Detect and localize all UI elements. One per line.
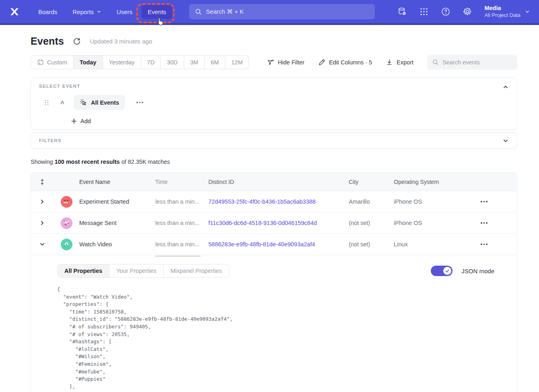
search-events-field[interactable] (427, 55, 517, 70)
all-events-label: All Events (91, 99, 119, 106)
nav-item-reports[interactable]: Reports (67, 5, 108, 19)
row-menu-button[interactable] (478, 241, 490, 248)
column-header-time[interactable]: Time (155, 179, 208, 185)
properties-tabs: All Properties Your Properties Mixpanel … (57, 264, 229, 278)
distinct-id-link[interactable]: f11c30d6-dc6d-4518-9136-0d046159c84d (208, 220, 349, 226)
hide-filter-button[interactable]: Hide Filter (267, 59, 304, 66)
os-cell: iPhone OS (394, 198, 473, 205)
event-avatar (61, 196, 72, 208)
chevron-down-icon (97, 9, 101, 14)
time-cell: less than a min... (155, 241, 208, 248)
horizontal-scrollbar-thumb[interactable] (155, 256, 201, 257)
global-search[interactable]: Search ⌘ + K (189, 4, 375, 19)
date-range-custom[interactable]: Custom (31, 56, 73, 69)
drag-handle-icon[interactable] (44, 99, 49, 106)
event-avatar (61, 217, 72, 229)
json-mode-toggle[interactable] (431, 266, 453, 276)
settings-gear-icon[interactable] (463, 7, 472, 17)
pencil-icon (318, 59, 325, 66)
json-mode-label: JSON mode (461, 268, 494, 274)
expand-chevron-down-icon[interactable] (502, 138, 509, 144)
add-event-button[interactable]: Add (71, 118, 91, 124)
date-range-label: 7D (147, 59, 155, 66)
help-icon[interactable] (441, 7, 451, 17)
toggle-knob (443, 267, 451, 275)
download-icon (386, 59, 393, 66)
date-range-label: 12M (231, 59, 243, 66)
project-subtitle: All Project Data (484, 12, 520, 19)
date-range-7d[interactable]: 7D (141, 56, 161, 69)
global-search-placeholder: Search ⌘ + K (206, 8, 244, 15)
table-row-expanded[interactable]: Watch Video less than a min... 5886283e-… (31, 234, 517, 255)
tab-mixpanel-properties[interactable]: Mixpanel Properties (163, 264, 229, 277)
date-range-3m[interactable]: 3M (184, 56, 204, 69)
nav-item-boards[interactable]: Boards (32, 5, 64, 19)
column-header-city[interactable]: City (349, 179, 394, 185)
tab-your-properties[interactable]: Your Properties (109, 264, 163, 277)
event-cursor-spark-icon (80, 99, 87, 106)
nav-item-users[interactable]: Users (111, 5, 138, 19)
hide-filter-label: Hide Filter (278, 59, 304, 66)
column-header-distinct-id[interactable]: Distinct ID (208, 179, 349, 185)
collapse-chevron-up-icon[interactable] (502, 84, 509, 90)
chevron-down-icon[interactable] (39, 241, 45, 248)
column-header-event-name[interactable]: Event Name (79, 179, 155, 185)
filters-label: FILTERS (39, 138, 509, 143)
all-events-chip[interactable]: All Events (74, 95, 125, 110)
row-menu-button[interactable] (478, 220, 490, 226)
date-range-label: 30D (167, 59, 178, 66)
primary-nav: Boards Reports Users Events (32, 5, 172, 19)
data-management-icon[interactable] (397, 7, 407, 17)
distinct-id-link[interactable]: 72d49553-25fc-4f0c-b436-1b5ac6ab3388 (208, 198, 349, 205)
date-range-12m[interactable]: 12M (225, 56, 249, 69)
nav-item-label: Reports (73, 8, 94, 15)
updated-timestamp: Updated 3 minutes ago (90, 38, 152, 45)
event-row-menu-button[interactable] (134, 99, 146, 106)
edit-columns-button[interactable]: Edit Columns · 5 (318, 59, 372, 66)
event-name-cell: Message Sent (79, 220, 155, 226)
edit-columns-label: Edit Columns · 5 (329, 59, 372, 66)
date-range-label: Custom (47, 59, 67, 66)
chevron-right-icon[interactable] (39, 220, 45, 226)
table-row[interactable]: Message Sent less than a min... f11c30d6… (31, 213, 517, 234)
date-range-today[interactable]: Today (73, 56, 103, 69)
distinct-id-link[interactable]: 5886283e-e9fb-48fb-81de-40e9093a2af4 (208, 241, 349, 248)
chevron-right-icon[interactable] (39, 198, 45, 205)
search-events-input[interactable] (442, 59, 511, 66)
filters-panel[interactable]: FILTERS (31, 132, 517, 149)
nav-item-label: Events (148, 8, 166, 15)
date-range-label: Yesterday (109, 59, 135, 66)
column-header-os[interactable]: Operating System (394, 179, 473, 185)
collapse-all-icon[interactable] (39, 178, 45, 186)
date-range-yesterday[interactable]: Yesterday (103, 56, 141, 69)
search-icon (432, 59, 439, 66)
date-range-label: 6M (211, 59, 219, 66)
nav-item-events[interactable]: Events (142, 5, 172, 19)
project-switcher[interactable]: Media All Project Data (484, 4, 530, 19)
check-icon (445, 268, 450, 273)
tab-all-properties[interactable]: All Properties (58, 264, 109, 277)
select-event-label: SELECT EVENT (39, 84, 509, 89)
date-range-6m[interactable]: 6M (204, 56, 225, 69)
add-event-label: Add (80, 118, 91, 124)
results-summary: Showing 100 most recent results of 82.35… (31, 159, 517, 165)
table-row[interactable]: Experiment Started less than a min... 72… (31, 191, 517, 213)
apps-grid-icon[interactable] (419, 7, 429, 17)
refresh-icon[interactable] (73, 37, 81, 45)
date-range-label: 3M (190, 59, 198, 66)
events-table: Event Name Time Distinct ID City Operati… (31, 172, 517, 390)
date-range-selector: Custom Today Yesterday 7D 30D 3M 6M 12M (31, 55, 249, 69)
avatar-face (62, 240, 70, 248)
export-button[interactable]: Export (386, 59, 414, 66)
avatar-face (62, 198, 70, 206)
export-label: Export (397, 59, 414, 66)
mixpanel-logo[interactable] (9, 6, 21, 18)
row-menu-button[interactable] (478, 198, 490, 205)
filter-funnel-icon (267, 59, 274, 66)
date-range-30d[interactable]: 30D (160, 56, 184, 69)
event-details-panel: All Properties Your Properties Mixpanel … (31, 257, 517, 390)
nav-item-label: Boards (38, 8, 58, 15)
plus-icon (71, 118, 77, 124)
date-range-label: Today (80, 59, 97, 66)
select-event-panel: SELECT EVENT A All Events Add (31, 78, 517, 130)
